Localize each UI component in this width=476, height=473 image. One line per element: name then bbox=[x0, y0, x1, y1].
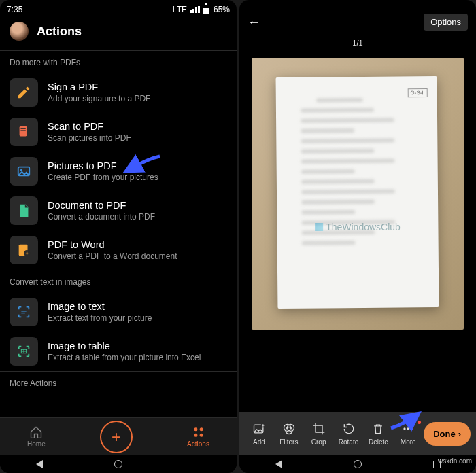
tool-filters[interactable]: Filters bbox=[275, 422, 303, 446]
actions-icon bbox=[192, 425, 205, 439]
nav-back-icon[interactable] bbox=[275, 460, 282, 468]
svg-point-10 bbox=[194, 427, 197, 431]
tab-home[interactable]: Home bbox=[27, 425, 46, 448]
svg-point-21 bbox=[411, 427, 413, 430]
row-title: PDF to Word bbox=[48, 239, 177, 250]
row-title: Image to table bbox=[48, 340, 201, 351]
done-button[interactable]: Done › bbox=[424, 422, 471, 446]
row-title: Pictures to PDF bbox=[48, 160, 158, 171]
tool-label: Rotate bbox=[339, 438, 358, 446]
crop-icon bbox=[312, 422, 326, 436]
battery-icon bbox=[203, 5, 209, 14]
preview-area[interactable]: G-S-II bbox=[252, 58, 464, 330]
status-right: LTE 65% bbox=[173, 5, 230, 14]
svg-point-13 bbox=[199, 434, 203, 437]
status-net: LTE bbox=[173, 5, 187, 14]
avatar[interactable] bbox=[10, 22, 29, 41]
svg-rect-1 bbox=[20, 128, 25, 129]
row-title: Sign a PDF bbox=[48, 82, 150, 92]
status-time: 7:35 bbox=[7, 5, 22, 14]
row-sign-pdf[interactable]: Sign a PDFAdd your signature to a PDF bbox=[0, 73, 237, 112]
row-sub: Add your signature to a PDF bbox=[48, 94, 150, 103]
row-title: Image to text bbox=[48, 301, 152, 312]
add-image-icon bbox=[252, 422, 266, 436]
watermark: TheWindowsClub bbox=[315, 222, 401, 232]
signal-icon bbox=[190, 6, 200, 13]
done-label: Done bbox=[433, 429, 456, 439]
fab-add[interactable]: + bbox=[100, 421, 133, 453]
row-pictures-pdf[interactable]: Pictures to PDFCreate PDF from your pict… bbox=[0, 152, 237, 191]
svg-point-12 bbox=[194, 434, 197, 437]
rows-pdfs: Sign a PDFAdd your signature to a PDF Sc… bbox=[0, 73, 237, 270]
options-button[interactable]: Options bbox=[424, 14, 468, 31]
svg-rect-0 bbox=[20, 126, 27, 137]
tool-label: Crop bbox=[311, 438, 326, 446]
nav-home-icon[interactable] bbox=[354, 460, 362, 468]
header: Actions bbox=[0, 16, 237, 50]
tool-rotate[interactable]: Rotate bbox=[335, 422, 363, 446]
bottom-tabs: Home + Actions bbox=[0, 417, 237, 455]
section-label-pdfs: Do more with PDFs bbox=[0, 50, 237, 73]
row-sub: Create PDF from your pictures bbox=[48, 173, 158, 182]
tool-label: More bbox=[401, 438, 416, 446]
tool-label: Add bbox=[253, 438, 265, 446]
tab-actions[interactable]: Actions bbox=[187, 425, 209, 448]
right-phone: ← Options 1/1 G-S-II TheWindowsClub Add … bbox=[239, 0, 476, 473]
chevron-right-icon: › bbox=[458, 429, 461, 439]
sysnav-left bbox=[0, 455, 237, 473]
row-image-table[interactable]: Image to tableExtract a table from your … bbox=[0, 332, 237, 371]
tool-crop[interactable]: Crop bbox=[305, 422, 333, 446]
imgtxt-icon bbox=[10, 298, 38, 326]
svg-point-19 bbox=[404, 427, 406, 430]
svg-point-11 bbox=[199, 427, 203, 431]
back-icon[interactable]: ← bbox=[248, 14, 261, 30]
row-sub: Extract text from your picture bbox=[48, 313, 152, 323]
home-icon bbox=[29, 425, 43, 439]
tool-delete[interactable]: Delete bbox=[364, 422, 392, 446]
scanned-page: G-S-II bbox=[276, 76, 439, 309]
nav-home-icon[interactable] bbox=[114, 460, 122, 468]
filters-icon bbox=[282, 422, 296, 436]
left-phone: 7:35 LTE 65% Actions Do more with PDFs S… bbox=[0, 0, 237, 473]
delete-icon bbox=[371, 422, 385, 436]
nav-recent-icon[interactable] bbox=[194, 461, 201, 468]
svg-point-20 bbox=[407, 427, 409, 430]
svg-rect-7 bbox=[21, 311, 26, 311]
tab-home-label: Home bbox=[27, 440, 46, 448]
pen-icon bbox=[10, 78, 38, 107]
doc-icon bbox=[10, 196, 38, 225]
watermark-text: TheWindowsClub bbox=[326, 222, 401, 232]
tab-actions-label: Actions bbox=[187, 440, 209, 448]
corner-tag: G-S-II bbox=[408, 88, 428, 97]
imgtbl-icon bbox=[10, 337, 38, 366]
nav-back-icon[interactable] bbox=[36, 460, 43, 468]
editor-toolbar: Add Filters Crop Rotate Delete More Done… bbox=[239, 412, 476, 455]
row-sub: Extract a table from your picture into E… bbox=[48, 353, 201, 362]
row-document-pdf[interactable]: Document to PDFConvert a document into P… bbox=[0, 191, 237, 230]
tool-label: Delete bbox=[369, 438, 388, 446]
status-bar: 7:35 LTE 65% bbox=[0, 0, 237, 16]
tool-label: Filters bbox=[279, 438, 298, 446]
rows-convert: Image to textExtract text from your pict… bbox=[0, 292, 237, 371]
more-icon bbox=[401, 422, 415, 436]
tool-more[interactable]: More bbox=[394, 422, 422, 446]
row-image-text[interactable]: Image to textExtract text from your pict… bbox=[0, 292, 237, 332]
tool-add[interactable]: Add bbox=[245, 422, 273, 446]
image-icon bbox=[10, 157, 38, 186]
row-pdf-word[interactable]: PDF to WordConvert a PDF to a Word docum… bbox=[0, 230, 237, 270]
row-title: Document to PDF bbox=[48, 200, 155, 211]
svg-point-4 bbox=[20, 169, 22, 171]
pdfword-icon bbox=[10, 236, 38, 264]
rotate-icon bbox=[342, 422, 356, 436]
right-header: ← Options bbox=[239, 7, 476, 33]
row-sub: Scan pictures into PDF bbox=[48, 133, 131, 143]
status-bar-right bbox=[239, 0, 476, 7]
site-watermark: wsxdn.com bbox=[438, 457, 472, 465]
svg-rect-2 bbox=[20, 130, 25, 130]
scan-icon bbox=[10, 118, 38, 146]
row-scan-pdf[interactable]: Scan to PDFScan pictures into PDF bbox=[0, 112, 237, 152]
row-sub: Convert a document into PDF bbox=[48, 212, 155, 222]
status-battery: 65% bbox=[214, 5, 230, 14]
section-label-convert: Convert text in images bbox=[0, 270, 237, 292]
page-counter: 1/1 bbox=[239, 39, 476, 47]
